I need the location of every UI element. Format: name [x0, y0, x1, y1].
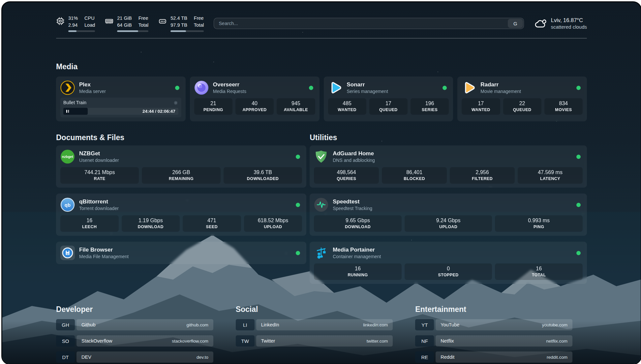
- section-media: Media Plex Media server: [56, 62, 587, 121]
- service-name[interactable]: AdGuard Home: [333, 150, 572, 157]
- bookmark-reddit[interactable]: RE Reddit reddit.com: [415, 351, 572, 363]
- search-bar: G: [214, 18, 524, 29]
- service-name[interactable]: Media Portainer: [333, 246, 572, 254]
- stat-tile: 834 MOVIES: [544, 98, 583, 115]
- status-dot: [576, 86, 581, 90]
- service-name[interactable]: qBittorrent: [79, 198, 291, 205]
- radarr-icon[interactable]: [462, 80, 476, 95]
- bookmark-url: reddit.com: [547, 355, 567, 360]
- bookmark-url: github.com: [187, 322, 208, 327]
- stat-tile: 40 APPROVED: [235, 98, 274, 115]
- portainer-icon[interactable]: [314, 246, 328, 260]
- search-provider-button[interactable]: G: [508, 19, 523, 28]
- stat-value: 47.569 ms: [519, 169, 581, 176]
- playback-progress[interactable]: 24:44 / 02:06:47: [63, 108, 178, 115]
- stat-label: SERIES: [412, 107, 447, 113]
- resource-widgets: 31% 2.94 CPU Load: [56, 15, 204, 32]
- bookmark-name: Netflix: [441, 338, 454, 344]
- stat-tile: 21 PENDING: [194, 98, 232, 115]
- bookmark-twitter[interactable]: TW Twitter twitter.com: [236, 335, 393, 347]
- stat-value: 266 GB: [143, 169, 219, 176]
- bookmark-dev[interactable]: DT DEV dev.to: [56, 351, 213, 363]
- status-dot: [443, 86, 447, 90]
- stat-value: 0: [406, 265, 491, 272]
- stat-tile: 498,564 QUERIES: [314, 167, 379, 184]
- cloud-moon-icon: [534, 17, 547, 30]
- sonarr-icon[interactable]: [328, 80, 343, 95]
- top-bar: 31% 2.94 CPU Load: [56, 2, 587, 32]
- status-dot: [296, 251, 300, 255]
- bookmark-name: StackOverflow: [81, 338, 112, 344]
- service-name[interactable]: Speedtest: [333, 198, 572, 205]
- pause-icon: [68, 110, 69, 113]
- disk-free-value: 52.4 TB: [170, 15, 187, 22]
- service-card-plex[interactable]: Plex Media server Bullet Train: [56, 76, 186, 121]
- stat-label: DOWNLOAD: [123, 224, 179, 230]
- stat-tile: 16 LEECH: [60, 215, 119, 232]
- overseerr-icon[interactable]: [194, 80, 209, 95]
- disk-label-1: Free: [194, 15, 204, 22]
- adguard-icon[interactable]: [314, 149, 328, 164]
- bookmark-url: youtube.com: [542, 322, 567, 327]
- stat-tile: 266 GB REMAINING: [142, 167, 220, 184]
- bookmark-stackoverflow[interactable]: SO StackOverflow stackoverflow.com: [56, 335, 213, 347]
- stat-label: DOWNLOAD: [315, 224, 400, 230]
- stat-label: SEED: [184, 224, 240, 230]
- service-name[interactable]: NZBGet: [79, 150, 291, 157]
- stat-tile: 16 RUNNING: [314, 263, 402, 280]
- search-input[interactable]: [214, 18, 524, 29]
- qbittorrent-icon[interactable]: qb: [60, 197, 75, 212]
- service-name[interactable]: Overseerr: [213, 81, 305, 88]
- stat-label: UPLOAD: [245, 224, 301, 230]
- service-card-filebrowser[interactable]: File Browser Media File Management: [56, 242, 306, 264]
- service-card-portainer[interactable]: Media Portainer Container management 16 …: [310, 242, 587, 284]
- bookmark-abbr: GH: [56, 319, 75, 330]
- stat-value: 1.19 Gbps: [123, 217, 179, 224]
- stat-tile: 39.6 TB DOWNLOADED: [224, 167, 302, 184]
- service-card-radarr[interactable]: Radarr Movie management 17 WANTED 22 QUE…: [457, 76, 587, 121]
- pause-button[interactable]: [63, 108, 88, 115]
- bookmark-netflix[interactable]: NF Netflix netflix.com: [415, 335, 572, 347]
- service-card-overseerr[interactable]: Overseerr Media Requests 21 PENDING 40 A…: [190, 76, 320, 121]
- nzbget-icon[interactable]: nzbget: [60, 149, 75, 164]
- disk-widget: 52.4 TB 97.9 TB Free Total: [158, 15, 204, 32]
- bookmark-github[interactable]: GH Github github.com: [56, 319, 213, 330]
- stat-tile: 0 STOPPED: [405, 263, 492, 280]
- service-card-adguard[interactable]: AdGuard Home DNS and adblocking 498,564 …: [310, 145, 587, 188]
- stat-tile: 485 WANTED: [328, 98, 366, 115]
- service-card-qbittorrent[interactable]: qb qBittorrent Torrent downloader 16 LEE…: [56, 194, 306, 236]
- service-name[interactable]: Sonarr: [347, 81, 439, 88]
- filebrowser-icon[interactable]: [60, 246, 75, 260]
- stat-value: 16: [315, 265, 400, 272]
- bookmark-abbr: SO: [56, 335, 75, 347]
- bookmark-abbr: NF: [415, 335, 434, 347]
- service-card-nzbget[interactable]: nzbget NZBGet Usenet downloader 744.21 M…: [56, 145, 306, 188]
- stat-value: 2,956: [451, 169, 513, 176]
- memory-free-value: 21 GiB: [117, 15, 132, 22]
- dashboard-window: 31% 2.94 CPU Load: [1, 1, 641, 364]
- service-name[interactable]: File Browser: [79, 246, 291, 254]
- stat-value: 40: [237, 100, 272, 107]
- disk-icon: [158, 17, 167, 25]
- gear-icon[interactable]: [173, 100, 178, 106]
- bookmark-youtube[interactable]: YT YouTube youtube.com: [415, 319, 572, 330]
- service-card-sonarr[interactable]: Sonarr Series management 485 WANTED 17 Q…: [324, 76, 453, 121]
- service-name[interactable]: Radarr: [480, 81, 572, 88]
- stat-value: 471: [184, 217, 240, 224]
- bookmark-abbr: TW: [236, 335, 255, 347]
- stat-label: MOVIES: [546, 107, 581, 113]
- bookmark-name: Github: [81, 322, 96, 327]
- service-desc: Media File Management: [79, 254, 291, 260]
- stat-label: QUEUED: [371, 107, 406, 113]
- plex-icon[interactable]: [60, 80, 75, 95]
- service-card-speedtest[interactable]: Speedtest Speedtest Tracking 9.65 Gbps D…: [310, 194, 587, 236]
- pause-icon: [66, 110, 67, 113]
- section-utilities: Utilities AdGuard: [310, 133, 587, 290]
- bookmark-url: linkedin.com: [363, 322, 388, 327]
- plex-now-playing: Bullet Train 24:44 / 02:06:47: [60, 98, 181, 117]
- bookmark-linkedin[interactable]: LI LinkedIn linkedin.com: [236, 319, 393, 330]
- speedtest-icon[interactable]: [314, 197, 328, 212]
- service-name[interactable]: Plex: [79, 81, 171, 88]
- stat-label: PENDING: [196, 107, 231, 113]
- playback-time: 24:44 / 02:06:47: [142, 109, 175, 114]
